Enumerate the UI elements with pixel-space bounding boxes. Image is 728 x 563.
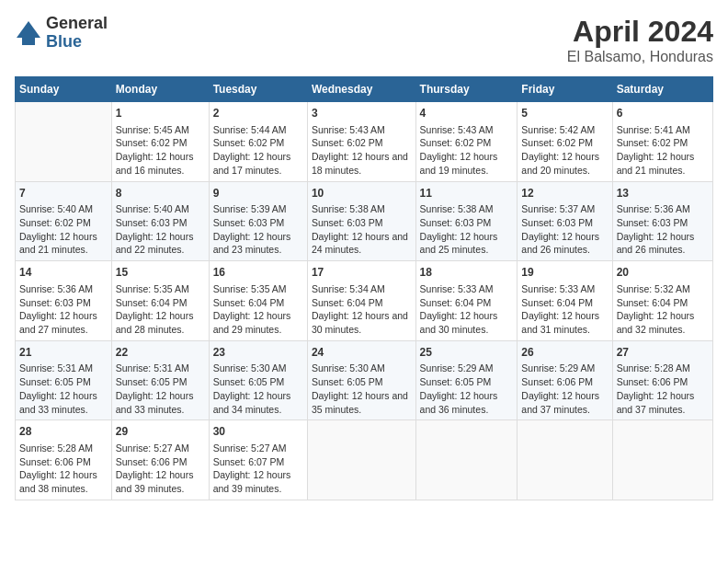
col-friday: Friday: [518, 77, 612, 102]
daylight: Daylight: 12 hours and 20 minutes.: [521, 151, 599, 176]
calendar-cell: 12Sunrise: 5:37 AMSunset: 6:03 PMDayligh…: [518, 181, 612, 261]
calendar-cell: 11Sunrise: 5:38 AMSunset: 6:03 PMDayligh…: [415, 181, 518, 261]
day-number: 10: [312, 186, 412, 201]
daylight: Daylight: 12 hours and 30 minutes.: [420, 310, 498, 335]
logo-icon: [15, 19, 42, 47]
calendar-cell: 17Sunrise: 5:34 AMSunset: 6:04 PMDayligh…: [307, 261, 415, 341]
sunrise: Sunrise: 5:28 AM: [617, 362, 690, 373]
sunrise: Sunrise: 5:39 AM: [213, 203, 287, 214]
calendar-cell: 30Sunrise: 5:27 AMSunset: 6:07 PMDayligh…: [209, 420, 307, 500]
sunrise: Sunrise: 5:40 AM: [19, 203, 93, 214]
daylight: Daylight: 12 hours and 25 minutes.: [420, 231, 498, 256]
daylight: Daylight: 12 hours and 18 minutes.: [312, 151, 408, 176]
sunset: Sunset: 6:04 PM: [617, 297, 688, 308]
sunset: Sunset: 6:04 PM: [312, 297, 383, 308]
daylight: Daylight: 12 hours and 16 minutes.: [116, 151, 194, 176]
sunrise: Sunrise: 5:29 AM: [420, 362, 494, 373]
day-number: 6: [617, 106, 709, 121]
sunset: Sunset: 6:06 PM: [19, 456, 91, 467]
sunrise: Sunrise: 5:44 AM: [213, 124, 287, 135]
day-number: 24: [312, 345, 412, 361]
sunset: Sunset: 6:02 PM: [521, 137, 593, 148]
sunset: Sunset: 6:03 PM: [420, 217, 492, 228]
calendar-cell: [612, 420, 712, 500]
day-number: 12: [521, 186, 608, 201]
calendar-cell: 1Sunrise: 5:45 AMSunset: 6:02 PMDaylight…: [111, 102, 209, 182]
day-number: 20: [617, 265, 709, 281]
calendar-cell: 10Sunrise: 5:38 AMSunset: 6:03 PMDayligh…: [307, 181, 415, 261]
sunrise: Sunrise: 5:32 AM: [617, 283, 690, 294]
calendar-cell: 21Sunrise: 5:31 AMSunset: 6:05 PMDayligh…: [16, 340, 112, 420]
calendar-cell: 9Sunrise: 5:39 AMSunset: 6:03 PMDaylight…: [209, 181, 307, 261]
daylight: Daylight: 12 hours and 21 minutes.: [617, 151, 695, 176]
day-number: 21: [19, 345, 108, 361]
day-number: 2: [213, 106, 303, 121]
daylight: Daylight: 12 hours and 17 minutes.: [213, 151, 291, 176]
sunrise: Sunrise: 5:43 AM: [420, 124, 494, 135]
day-number: 22: [116, 345, 205, 361]
sunset: Sunset: 6:04 PM: [213, 297, 285, 308]
sunrise: Sunrise: 5:36 AM: [617, 203, 690, 214]
col-monday: Monday: [111, 77, 209, 102]
calendar-cell: 3Sunrise: 5:43 AMSunset: 6:02 PMDaylight…: [307, 102, 415, 182]
sunset: Sunset: 6:05 PM: [116, 376, 188, 387]
daylight: Daylight: 12 hours and 29 minutes.: [213, 310, 291, 335]
calendar-cell: 29Sunrise: 5:27 AMSunset: 6:06 PMDayligh…: [111, 420, 209, 500]
calendar-cell: 4Sunrise: 5:43 AMSunset: 6:02 PMDaylight…: [415, 102, 518, 182]
col-tuesday: Tuesday: [209, 77, 307, 102]
daylight: Daylight: 12 hours and 38 minutes.: [19, 469, 97, 494]
daylight: Daylight: 12 hours and 26 minutes.: [521, 231, 599, 256]
page-header: General Blue April 2024 El Balsamo, Hond…: [15, 15, 713, 65]
sunset: Sunset: 6:02 PM: [312, 137, 383, 148]
sunrise: Sunrise: 5:31 AM: [19, 362, 93, 373]
day-number: 17: [312, 265, 412, 281]
sunset: Sunset: 6:04 PM: [521, 297, 593, 308]
sunset: Sunset: 6:03 PM: [213, 217, 285, 228]
sunset: Sunset: 6:03 PM: [617, 217, 688, 228]
daylight: Daylight: 12 hours and 26 minutes.: [617, 231, 695, 256]
daylight: Daylight: 12 hours and 33 minutes.: [19, 390, 97, 415]
calendar-cell: 28Sunrise: 5:28 AMSunset: 6:06 PMDayligh…: [16, 420, 112, 500]
sunrise: Sunrise: 5:33 AM: [521, 283, 595, 294]
day-number: 9: [213, 186, 303, 201]
sunset: Sunset: 6:02 PM: [420, 137, 492, 148]
logo-blue: Blue: [46, 33, 108, 52]
sunrise: Sunrise: 5:28 AM: [19, 442, 93, 454]
daylight: Daylight: 12 hours and 37 minutes.: [521, 390, 599, 415]
sunrise: Sunrise: 5:35 AM: [116, 283, 189, 294]
sunset: Sunset: 6:02 PM: [617, 137, 688, 148]
sunrise: Sunrise: 5:36 AM: [19, 283, 93, 294]
calendar-cell: 5Sunrise: 5:42 AMSunset: 6:02 PMDaylight…: [518, 102, 612, 182]
sunrise: Sunrise: 5:40 AM: [116, 203, 189, 214]
day-number: 3: [312, 106, 412, 121]
day-number: 4: [420, 106, 514, 121]
calendar-cell: 6Sunrise: 5:41 AMSunset: 6:02 PMDaylight…: [612, 102, 712, 182]
sunrise: Sunrise: 5:31 AM: [116, 362, 189, 373]
day-number: 11: [420, 186, 514, 201]
daylight: Daylight: 12 hours and 19 minutes.: [420, 151, 498, 176]
day-number: 29: [116, 424, 205, 440]
calendar-cell: 7Sunrise: 5:40 AMSunset: 6:02 PMDaylight…: [16, 181, 112, 261]
day-number: 16: [213, 265, 303, 281]
sunrise: Sunrise: 5:37 AM: [521, 203, 595, 214]
daylight: Daylight: 12 hours and 39 minutes.: [213, 469, 291, 494]
sunset: Sunset: 6:02 PM: [213, 137, 285, 148]
daylight: Daylight: 12 hours and 34 minutes.: [213, 390, 291, 415]
calendar-week-1: 1Sunrise: 5:45 AMSunset: 6:02 PMDaylight…: [16, 102, 713, 182]
day-number: 15: [116, 265, 205, 281]
day-number: 13: [617, 186, 709, 201]
day-number: 7: [19, 186, 108, 201]
day-number: 25: [420, 345, 514, 361]
day-number: 8: [116, 186, 205, 201]
sunrise: Sunrise: 5:30 AM: [312, 362, 385, 373]
calendar-cell: [307, 420, 415, 500]
sunset: Sunset: 6:05 PM: [420, 376, 492, 387]
calendar-week-2: 7Sunrise: 5:40 AMSunset: 6:02 PMDaylight…: [16, 181, 713, 261]
calendar-cell: 8Sunrise: 5:40 AMSunset: 6:03 PMDaylight…: [111, 181, 209, 261]
sunset: Sunset: 6:03 PM: [19, 297, 91, 308]
calendar-cell: 19Sunrise: 5:33 AMSunset: 6:04 PMDayligh…: [518, 261, 612, 341]
logo-text: General Blue: [46, 15, 108, 52]
daylight: Daylight: 12 hours and 33 minutes.: [116, 390, 194, 415]
daylight: Daylight: 12 hours and 37 minutes.: [617, 390, 695, 415]
logo: General Blue: [15, 15, 108, 52]
